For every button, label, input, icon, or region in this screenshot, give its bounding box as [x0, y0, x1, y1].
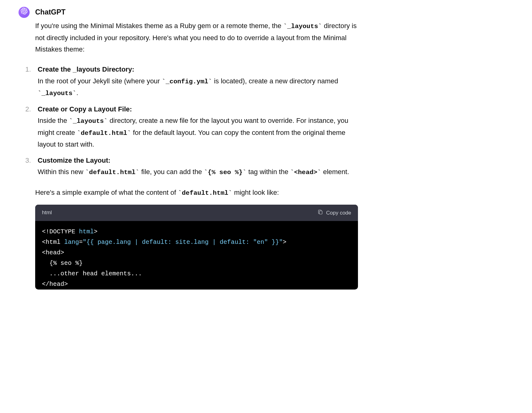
copy-code-button[interactable]: Copy code [318, 209, 351, 216]
step-1-body: In the root of your Jekyll site (where y… [38, 77, 338, 97]
clipboard-icon [318, 209, 323, 216]
author-name: ChatGPT [35, 6, 358, 18]
step-2-body: Inside the `_layouts` directory, create … [38, 117, 348, 148]
code-block: html Copy code <!DOCTYPE html> <html lan… [35, 205, 358, 290]
step-3: Customize the Layout: Within this new `d… [25, 155, 358, 178]
steps-list: Create the _layouts Directory: In the ro… [25, 64, 358, 178]
code-body[interactable]: <!DOCTYPE html> <html lang="{{ page.lang… [35, 221, 358, 290]
step-3-title: Customize the Layout: [38, 156, 110, 164]
step-3-body: Within this new `default.html` file, you… [38, 168, 349, 176]
copy-code-label: Copy code [326, 210, 351, 216]
message-content: ChatGPT If you're using the Minimal Mist… [35, 6, 358, 290]
intro-text-1: If you're using the Minimal Mistakes the… [35, 22, 283, 30]
code-header: html Copy code [35, 205, 358, 221]
assistant-message: ChatGPT If you're using the Minimal Mist… [19, 6, 358, 290]
intro-code-1: `_layouts` [283, 23, 322, 30]
step-1-title: Create the _layouts Directory: [38, 65, 134, 73]
intro-paragraph: If you're using the Minimal Mistakes the… [35, 20, 358, 55]
assistant-avatar [19, 7, 30, 18]
code-language-label: html [42, 208, 52, 217]
openai-logo-icon [21, 6, 27, 18]
outro-paragraph: Here's a simple example of what the cont… [35, 187, 358, 199]
step-2: Create or Copy a Layout File: Inside the… [25, 103, 358, 150]
step-2-title: Create or Copy a Layout File: [38, 105, 132, 113]
step-1: Create the _layouts Directory: In the ro… [25, 64, 358, 99]
svg-rect-0 [319, 211, 322, 214]
